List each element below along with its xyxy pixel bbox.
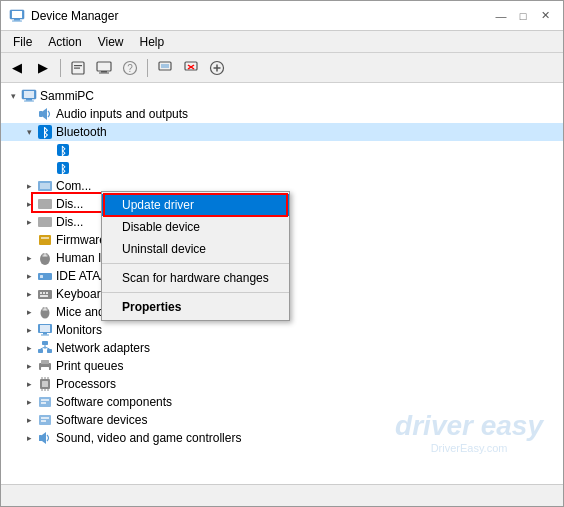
menu-view[interactable]: View [90, 33, 132, 51]
ctx-uninstall-device[interactable]: Uninstall device [102, 238, 289, 260]
ctx-properties[interactable]: Properties [102, 296, 289, 318]
svg-rect-33 [40, 183, 50, 189]
network-label: Network adapters [56, 341, 150, 355]
toolbar-scan-button[interactable] [92, 57, 116, 79]
ide-icon [37, 268, 53, 284]
print-label: Print queues [56, 359, 123, 373]
svg-line-62 [45, 347, 50, 349]
tree-item-bt-child-2[interactable]: ▸ ᛒ [1, 159, 563, 177]
expander-dis2: ▸ [21, 213, 37, 231]
svg-rect-75 [41, 399, 49, 401]
expander-keyboards: ▸ [21, 285, 37, 303]
svg-rect-2 [14, 19, 20, 21]
svg-rect-22 [26, 99, 32, 101]
svg-rect-23 [24, 101, 34, 102]
bluetooth-label: Bluetooth [56, 125, 107, 139]
svg-rect-78 [41, 417, 49, 419]
tree-item-bluetooth[interactable]: ▾ ᛒ Bluetooth [1, 123, 563, 141]
svg-rect-7 [97, 62, 111, 71]
tree-item-print[interactable]: ▸ Print queues [1, 357, 563, 375]
expander-monitors: ▸ [21, 321, 37, 339]
svg-rect-79 [41, 420, 46, 422]
ctx-sep-2 [102, 292, 289, 293]
toolbar-help-button[interactable]: ? [118, 57, 142, 79]
tree-item-software-comp[interactable]: ▸ Software components [1, 393, 563, 411]
svg-rect-3 [12, 20, 22, 21]
svg-rect-56 [41, 335, 49, 336]
main-area: ▾ SammiPC ▸ [1, 83, 563, 484]
tree-item-root[interactable]: ▾ SammiPC [1, 87, 563, 105]
ctx-scan-hardware[interactable]: Scan for hardware changes [102, 267, 289, 289]
hid-icon [37, 250, 53, 266]
toolbar-uninstall-button[interactable] [179, 57, 203, 79]
toolbar-forward-button[interactable]: ▶ [31, 57, 55, 79]
svg-rect-8 [101, 71, 107, 73]
cpu-icon [37, 376, 53, 392]
bluetooth-device-2-icon: ᛒ [55, 160, 71, 176]
menu-bar: File Action View Help [1, 31, 563, 53]
dis2-icon [37, 214, 53, 230]
tree-item-monitors[interactable]: ▸ Monitors [1, 321, 563, 339]
firmware-icon [37, 232, 53, 248]
svg-rect-21 [24, 91, 34, 98]
expander-bluetooth: ▾ [21, 123, 37, 141]
menu-file[interactable]: File [5, 33, 40, 51]
svg-rect-34 [38, 199, 52, 209]
svg-rect-9 [99, 72, 109, 73]
svg-rect-55 [43, 333, 47, 335]
expander-audio: ▸ [21, 105, 37, 123]
toolbar-update-driver-button[interactable] [153, 57, 177, 79]
toolbar-back-button[interactable]: ◀ [5, 57, 29, 79]
tree-item-network[interactable]: ▸ Network adapters [1, 339, 563, 357]
expander-ide: ▸ [21, 267, 37, 285]
tree-item-sound[interactable]: ▸ Sound, video and game controllers [1, 429, 563, 447]
svg-marker-81 [42, 432, 46, 444]
context-menu: Update driver Disable device Uninstall d… [101, 191, 290, 321]
svg-rect-76 [41, 402, 46, 404]
svg-text:ᛒ: ᛒ [42, 126, 49, 140]
svg-line-61 [41, 347, 46, 349]
toolbar-add-button[interactable] [205, 57, 229, 79]
tree-item-software-dev[interactable]: ▸ Software devices [1, 411, 563, 429]
close-button[interactable]: ✕ [535, 6, 555, 26]
maximize-button[interactable]: □ [513, 6, 533, 26]
expander-software-comp: ▸ [21, 393, 37, 411]
svg-rect-80 [39, 435, 42, 441]
svg-text:ᛒ: ᛒ [60, 163, 67, 175]
svg-rect-35 [38, 217, 52, 227]
com-icon [37, 178, 53, 194]
ctx-disable-device[interactable]: Disable device [102, 216, 289, 238]
svg-rect-5 [74, 65, 82, 66]
app-icon [9, 8, 25, 24]
expander-com: ▸ [21, 177, 37, 195]
svg-rect-67 [42, 381, 48, 387]
expander-sound: ▸ [21, 429, 37, 447]
title-bar: Device Manager — □ ✕ [1, 1, 563, 31]
tree-item-bt-child-1[interactable]: ▸ ᛒ [1, 141, 563, 159]
computer-icon [21, 88, 37, 104]
ctx-update-driver[interactable]: Update driver [102, 194, 289, 216]
toolbar-properties-button[interactable] [66, 57, 90, 79]
expander-processors: ▸ [21, 375, 37, 393]
svg-rect-64 [41, 360, 49, 364]
software-comp-label: Software components [56, 395, 172, 409]
svg-text:?: ? [127, 63, 133, 74]
svg-rect-45 [40, 292, 42, 294]
bluetooth-folder-icon: ᛒ [37, 124, 53, 140]
minimize-button[interactable]: — [491, 6, 511, 26]
svg-marker-25 [43, 108, 47, 120]
window-title: Device Manager [31, 9, 118, 23]
expander-network: ▸ [21, 339, 37, 357]
root-label: SammiPC [40, 89, 94, 103]
expander-root: ▾ [5, 87, 21, 105]
svg-rect-36 [39, 235, 51, 245]
audio-icon [37, 106, 53, 122]
menu-action[interactable]: Action [40, 33, 89, 51]
software-dev-icon [37, 412, 53, 428]
svg-rect-37 [41, 237, 49, 239]
tree-item-audio[interactable]: ▸ Audio inputs and outputs [1, 105, 563, 123]
svg-rect-59 [47, 349, 52, 353]
menu-help[interactable]: Help [132, 33, 173, 51]
tree-item-processors[interactable]: ▸ Processors [1, 375, 563, 393]
dis1-icon [37, 196, 53, 212]
